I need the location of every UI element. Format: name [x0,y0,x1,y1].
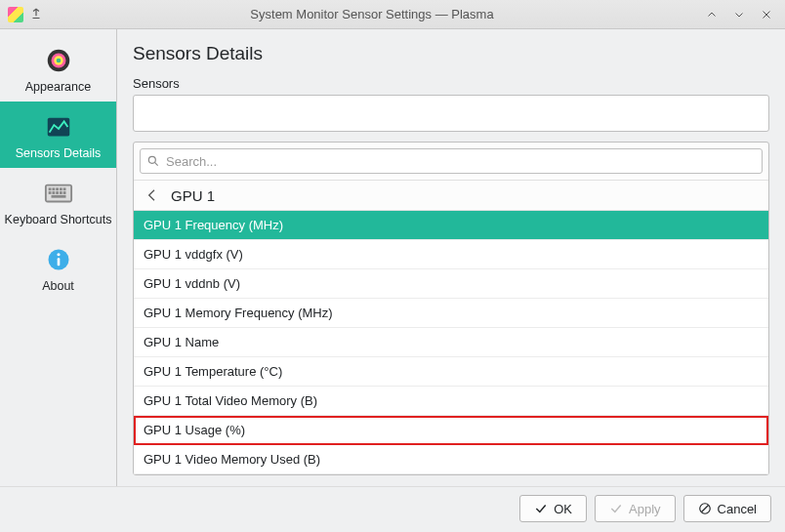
sensor-item[interactable]: GPU 1 vddnb (V) [134,269,768,299]
sensor-item[interactable]: GPU 1 Temperature (°C) [134,357,768,387]
sensor-item[interactable]: GPU 1 Video Memory Used (B) [134,445,768,474]
search-row [134,143,768,180]
sidebar-item-sensors-details[interactable]: Sensors Details [0,102,116,168]
app-icon [8,7,23,22]
sensor-item[interactable]: GPU 1 Name [134,328,768,357]
titlebar: System Monitor Sensor Settings — Plasma [0,0,785,29]
pin-icon[interactable] [29,8,43,21]
svg-rect-8 [52,187,55,190]
back-icon[interactable] [144,186,161,204]
sensor-item[interactable]: GPU 1 vddgfx (V) [134,240,768,269]
sidebar-item-appearance[interactable]: Appearance [0,35,116,102]
check-icon [609,502,623,515]
sidebar-item-label: Keyboard Shortcuts [5,213,112,226]
info-icon [43,244,74,275]
check-icon [534,502,548,515]
sidebar-item-label: Appearance [25,80,91,94]
sensor-item[interactable]: GPU 1 Memory Frequency (MHz) [134,299,768,328]
svg-rect-17 [51,195,65,198]
keyboard-icon [43,178,74,209]
sidebar-item-label: Sensors Details [16,146,102,160]
svg-rect-16 [62,191,65,194]
button-label: OK [554,502,572,516]
sidebar: Appearance Sensors Details Keyboard Shor… [0,29,117,486]
sensor-item[interactable]: GPU 1 Usage (%) [134,416,768,445]
apply-button: Apply [595,495,676,522]
cancel-button[interactable]: Cancel [683,495,771,522]
category-label: GPU 1 [171,187,215,204]
search-input[interactable] [140,148,763,174]
svg-rect-15 [59,191,62,194]
svg-line-22 [701,506,708,512]
footer: OK Apply Cancel [0,486,785,532]
appearance-icon [43,45,74,76]
close-button[interactable] [756,4,777,25]
svg-rect-9 [56,187,59,190]
window: System Monitor Sensor Settings — Plasma … [0,0,785,532]
svg-rect-19 [57,258,60,266]
sensor-list: GPU 1 Frequency (MHz) GPU 1 vddgfx (V) G… [134,211,768,474]
cancel-icon [698,502,712,515]
body: Appearance Sensors Details Keyboard Shor… [0,29,785,486]
window-title: System Monitor Sensor Settings — Plasma [49,7,695,21]
svg-rect-14 [56,191,59,194]
sidebar-item-keyboard-shortcuts[interactable]: Keyboard Shortcuts [0,168,116,234]
sensor-item[interactable]: GPU 1 Total Video Memory (B) [134,387,768,416]
button-label: Apply [629,502,661,516]
ok-button[interactable]: OK [519,495,587,522]
svg-rect-10 [59,187,62,190]
svg-point-20 [57,253,60,256]
section-label: Sensors [133,76,769,91]
button-label: Cancel [718,502,757,516]
sensor-picker: GPU 1 GPU 1 Frequency (MHz) GPU 1 vddgfx… [133,142,769,475]
main-panel: Sensors Details Sensors GPU 1 GPU 1 Freq… [117,29,785,486]
selected-sensors-box[interactable] [133,95,769,132]
svg-rect-4 [47,118,69,137]
sidebar-item-about[interactable]: About [0,234,116,301]
svg-rect-11 [62,187,65,190]
sensor-item[interactable]: GPU 1 Frequency (MHz) [134,211,768,240]
svg-rect-7 [48,187,51,190]
sidebar-item-label: About [42,279,74,293]
sensors-details-icon [43,111,74,143]
svg-rect-12 [48,191,51,194]
maximize-button[interactable] [728,4,750,25]
minimize-button[interactable] [701,4,723,25]
page-title: Sensors Details [133,43,769,64]
category-header: GPU 1 [134,180,768,211]
svg-point-3 [56,59,61,63]
svg-rect-13 [52,191,55,194]
